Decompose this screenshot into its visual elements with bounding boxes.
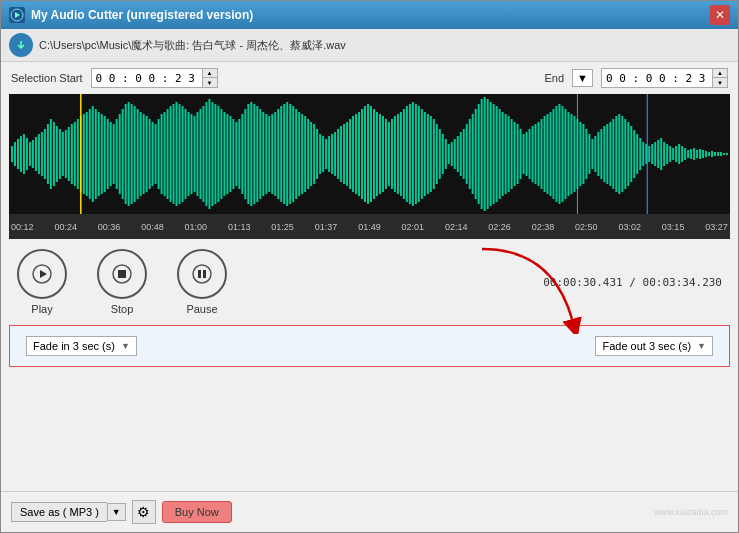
svg-rect-9 [29, 142, 31, 166]
close-button[interactable]: ✕ [710, 5, 730, 25]
svg-rect-81 [244, 109, 246, 199]
svg-rect-50 [152, 122, 154, 186]
svg-rect-138 [415, 104, 417, 204]
timeline-label-12: 02:38 [532, 222, 555, 232]
end-dropdown[interactable]: ▼ [572, 69, 593, 87]
save-as-dropdown-arrow[interactable]: ▼ [107, 503, 126, 521]
svg-rect-201 [603, 126, 605, 182]
play-button[interactable]: Play [17, 249, 67, 315]
svg-rect-136 [409, 104, 411, 204]
svg-rect-191 [573, 116, 575, 192]
svg-rect-100 [301, 114, 303, 194]
svg-rect-5 [17, 139, 19, 169]
fade-out-dropdown[interactable]: Fade out 3 sec (s) ▼ [595, 336, 713, 356]
fade-in-dropdown[interactable]: Fade in 3 sec (s) ▼ [26, 336, 137, 356]
title-bar: My Audio Cutter (unregistered version) ✕ [1, 1, 738, 29]
fade-in-label: Fade in 3 sec (s) [33, 340, 115, 352]
svg-rect-3 [11, 146, 13, 162]
svg-rect-164 [493, 104, 495, 204]
svg-rect-25 [77, 119, 79, 189]
waveform-canvas[interactable] [9, 94, 730, 214]
settings-button[interactable]: ⚙ [132, 500, 156, 524]
stop-label: Stop [111, 303, 134, 315]
svg-rect-22 [68, 127, 70, 181]
toolbar: C:\Users\pc\Music\魔术与歌曲: 告白气球 - 周杰伦、蔡威泽.… [1, 29, 738, 62]
svg-rect-195 [585, 129, 587, 179]
svg-rect-173 [520, 129, 522, 179]
svg-rect-116 [349, 119, 351, 189]
pause-button[interactable]: Pause [177, 249, 227, 315]
svg-rect-57 [173, 104, 175, 204]
svg-rect-33 [101, 114, 103, 194]
svg-rect-205 [615, 116, 617, 192]
arrow-area: 00:00:30.431 / 00:03:34.230 [257, 276, 722, 289]
buy-now-button[interactable]: Buy Now [162, 501, 232, 523]
svg-rect-133 [400, 112, 402, 196]
start-time-input-group[interactable]: ▲ ▼ [91, 68, 218, 88]
start-time-down[interactable]: ▼ [203, 78, 217, 87]
start-time-up[interactable]: ▲ [203, 69, 217, 78]
stop-button[interactable]: Stop [97, 249, 147, 315]
svg-rect-24 [74, 122, 76, 186]
svg-rect-207 [621, 116, 623, 192]
svg-rect-206 [618, 114, 620, 194]
svg-point-250 [193, 265, 211, 283]
svg-rect-198 [594, 136, 596, 172]
svg-rect-186 [558, 104, 560, 204]
svg-rect-208 [624, 119, 626, 189]
svg-rect-151 [454, 139, 456, 169]
svg-rect-118 [355, 114, 357, 194]
svg-rect-62 [188, 112, 190, 196]
svg-rect-187 [561, 106, 563, 202]
svg-rect-171 [514, 122, 516, 186]
svg-rect-108 [325, 139, 327, 169]
svg-rect-179 [538, 122, 540, 186]
svg-rect-36 [110, 122, 112, 186]
svg-rect-226 [678, 144, 680, 164]
svg-rect-147 [442, 134, 444, 174]
svg-rect-182 [547, 114, 549, 194]
svg-rect-10 [32, 140, 34, 168]
svg-rect-29 [89, 109, 91, 199]
svg-rect-109 [328, 136, 330, 172]
svg-rect-194 [582, 124, 584, 184]
svg-rect-90 [271, 114, 273, 194]
end-time-input-group[interactable]: ▲ ▼ [601, 68, 728, 88]
svg-rect-155 [466, 124, 468, 184]
save-as-group: Save as ( MP3 ) ▼ [11, 502, 126, 522]
svg-rect-120 [361, 109, 363, 199]
pause-circle [177, 249, 227, 299]
svg-rect-87 [262, 112, 264, 196]
svg-rect-139 [418, 106, 420, 202]
svg-rect-12 [38, 134, 40, 174]
selection-start-label: Selection Start [11, 72, 83, 84]
svg-rect-11 [35, 137, 37, 171]
timeline-labels: 00:12 00:24 00:36 00:48 01:00 01:13 01:2… [9, 222, 730, 232]
svg-rect-104 [313, 124, 315, 184]
watermark: www.xiazaiba.com [654, 507, 728, 517]
svg-rect-140 [421, 109, 423, 199]
end-time-up[interactable]: ▲ [713, 69, 727, 78]
svg-rect-184 [552, 109, 554, 199]
waveform-container[interactable]: 00:12 00:24 00:36 00:48 01:00 01:13 01:2… [9, 94, 730, 239]
svg-rect-103 [310, 122, 312, 186]
svg-rect-200 [600, 129, 602, 179]
timeline-label-3: 00:48 [141, 222, 164, 232]
end-time-input[interactable] [602, 70, 712, 87]
svg-rect-80 [241, 114, 243, 194]
svg-rect-97 [292, 106, 294, 202]
svg-rect-47 [143, 114, 145, 194]
svg-rect-96 [289, 104, 291, 204]
svg-rect-210 [630, 126, 632, 182]
svg-rect-15 [47, 124, 49, 184]
svg-rect-16 [50, 119, 52, 189]
svg-rect-51 [155, 124, 157, 184]
end-time-down[interactable]: ▼ [713, 78, 727, 87]
svg-rect-225 [675, 146, 677, 162]
svg-rect-20 [62, 132, 64, 176]
svg-rect-32 [98, 112, 100, 196]
svg-rect-232 [696, 150, 698, 158]
svg-rect-163 [490, 102, 492, 206]
svg-rect-117 [352, 116, 354, 192]
start-time-input[interactable] [92, 70, 202, 87]
